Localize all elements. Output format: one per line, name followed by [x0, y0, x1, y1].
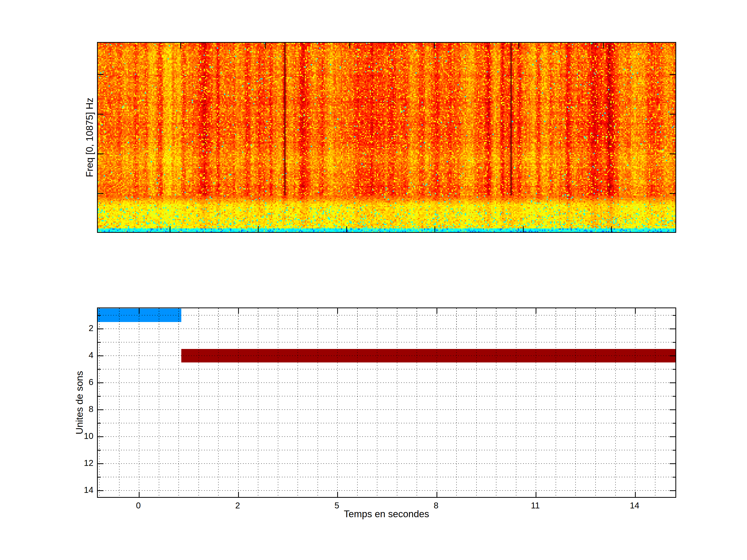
- timeline-axes: [97, 308, 676, 498]
- grid-line-vertical: [199, 308, 199, 497]
- y-axis-left-tick: [98, 328, 103, 329]
- y-axis-left-tick: [98, 355, 103, 356]
- y-axis-left-minor-tick: [98, 315, 101, 316]
- y-tick-label: 8: [89, 404, 93, 414]
- y-axis-right-tick: [670, 409, 675, 410]
- timeline-ylabel: Unites de sons: [74, 371, 85, 434]
- grid-line-horizontal: [98, 436, 675, 437]
- grid-line-horizontal: [98, 423, 675, 423]
- spectrogram-bottom-tick: [611, 226, 612, 232]
- y-axis-right-minor-tick: [673, 342, 675, 343]
- spectrogram-left-tick: [98, 154, 103, 154]
- x-tick-label: 8: [434, 500, 438, 511]
- grid-line-vertical: [456, 308, 457, 497]
- spectrogram-top-tick: [518, 43, 519, 49]
- y-axis-right-tick: [670, 436, 675, 437]
- grid-line-vertical: [258, 308, 258, 497]
- grid-line-vertical: [556, 308, 556, 497]
- grid-line-vertical: [416, 308, 417, 497]
- spectrogram-bottom-tick: [434, 226, 435, 232]
- spectrogram-top-tick: [180, 43, 181, 49]
- x-axis-top-tick: [635, 308, 636, 314]
- y-axis-right-minor-tick: [673, 477, 675, 478]
- y-tick-label: 6: [89, 377, 93, 387]
- grid-line-vertical: [317, 308, 318, 497]
- grid-line-vertical: [99, 308, 100, 497]
- grid-line-vertical: [536, 308, 536, 497]
- y-axis-left-tick: [98, 463, 103, 464]
- y-axis-left-minor-tick: [98, 342, 101, 343]
- y-axis-right-minor-tick: [673, 450, 675, 451]
- x-axis-top-tick: [536, 308, 536, 314]
- y-tick-label: 2: [89, 323, 93, 334]
- x-tick-label: 2: [235, 500, 240, 511]
- grid-line-horizontal: [98, 342, 675, 343]
- y-axis-right-tick: [670, 382, 675, 383]
- x-axis-bottom-tick: [238, 492, 239, 497]
- timeline-xlabel: Temps en secondes: [344, 509, 429, 519]
- spectrogram-bottom-tick: [523, 226, 524, 232]
- spectrogram-image: [98, 43, 675, 232]
- x-axis-bottom-tick: [437, 492, 437, 497]
- y-axis-left-tick: [98, 409, 103, 410]
- grid-line-vertical: [218, 308, 218, 497]
- y-axis-left-tick: [98, 490, 103, 491]
- x-tick-label: 0: [136, 500, 140, 511]
- y-axis-left-minor-tick: [98, 396, 101, 397]
- grid-line-vertical: [377, 308, 378, 497]
- y-axis-left-tick: [98, 382, 103, 383]
- grid-line-vertical: [238, 308, 239, 497]
- grid-line-horizontal: [98, 463, 675, 464]
- grid-line-vertical: [496, 308, 496, 497]
- x-axis-bottom-tick: [536, 492, 536, 497]
- x-axis-bottom-tick: [337, 492, 338, 497]
- spectrogram-ylabel: Freq [0, 10875] Hz: [84, 98, 95, 177]
- spectrogram-bottom-tick: [258, 226, 259, 232]
- spectrogram-bottom-tick: [346, 226, 347, 232]
- grid-line-horizontal: [98, 369, 675, 369]
- grid-line-vertical: [357, 308, 358, 497]
- spectrogram-top-tick: [603, 43, 604, 49]
- spectrogram-left-tick: [98, 193, 103, 194]
- y-axis-right-tick: [670, 463, 675, 464]
- y-axis-left-tick: [98, 436, 103, 437]
- grid-line-vertical: [298, 308, 298, 497]
- x-axis-top-tick: [139, 308, 139, 314]
- spectrogram-left-tick: [98, 114, 103, 114]
- spectrogram-top-tick: [434, 43, 435, 49]
- grid-line-vertical: [575, 308, 576, 497]
- grid-line-horizontal: [98, 328, 675, 329]
- y-tick-label: 14: [84, 485, 93, 495]
- x-tick-label: 14: [630, 500, 639, 511]
- grid-line-horizontal: [98, 409, 675, 410]
- grid-line-vertical: [397, 308, 397, 497]
- grid-line-vertical: [595, 308, 596, 497]
- y-axis-right-tick: [670, 328, 675, 329]
- grid-line-vertical: [119, 308, 120, 497]
- y-tick-label: 10: [84, 431, 93, 441]
- grid-line-vertical: [635, 308, 636, 497]
- grid-line-vertical: [159, 308, 159, 497]
- y-axis-right-minor-tick: [673, 315, 675, 316]
- grid-line-vertical: [437, 308, 437, 497]
- y-axis-right-minor-tick: [673, 369, 675, 370]
- grid-line-horizontal: [98, 355, 675, 356]
- grid-line-horizontal: [98, 477, 675, 477]
- grid-line-vertical: [655, 308, 655, 497]
- grid-line-vertical: [476, 308, 477, 497]
- y-axis-right-minor-tick: [673, 423, 675, 424]
- y-axis-left-minor-tick: [98, 369, 101, 370]
- y-axis-right-minor-tick: [673, 396, 675, 397]
- grid-line-vertical: [139, 308, 139, 497]
- spectrogram-bottom-tick: [170, 226, 171, 232]
- y-tick-label: 4: [89, 350, 93, 361]
- spectrogram-top-tick: [265, 43, 265, 49]
- x-axis-top-tick: [337, 308, 338, 314]
- x-tick-label: 5: [335, 500, 339, 511]
- spectrogram-axes: [97, 42, 676, 233]
- spectrogram-right-tick: [670, 74, 675, 75]
- y-axis-left-minor-tick: [98, 450, 101, 451]
- y-axis-left-minor-tick: [98, 477, 101, 478]
- spectrogram-left-tick: [98, 74, 103, 75]
- x-axis-top-tick: [238, 308, 239, 314]
